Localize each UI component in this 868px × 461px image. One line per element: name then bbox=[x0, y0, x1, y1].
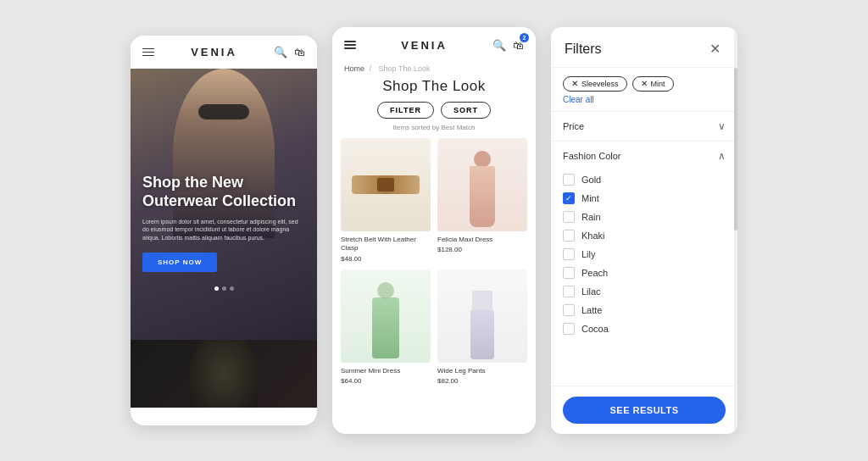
product-card-0[interactable]: Stretch Belt With Leather Clasp $48.00 bbox=[341, 138, 431, 263]
checkbox-khaki[interactable] bbox=[563, 230, 575, 242]
see-results-button[interactable]: SEE RESULTS bbox=[563, 397, 726, 424]
color-option-cocoa[interactable]: Cocoa bbox=[563, 319, 726, 338]
phone2-logo: VENIA bbox=[401, 39, 448, 52]
phone1-bottom-preview bbox=[131, 340, 317, 408]
scrollbar-thumb bbox=[734, 68, 737, 230]
product-image-belt bbox=[341, 138, 431, 231]
color-option-lilac[interactable]: Lilac bbox=[563, 282, 726, 301]
color-section-header[interactable]: Fashion Color ∧ bbox=[563, 142, 726, 170]
screenshots-container: VENIA 🔍 🛍 Shop the New Outerwear Collect… bbox=[114, 10, 754, 451]
checkbox-gold[interactable] bbox=[563, 174, 575, 186]
clear-all-button[interactable]: Clear all bbox=[551, 95, 737, 111]
product-price-3: $82.00 bbox=[437, 377, 527, 385]
checkbox-latte[interactable] bbox=[563, 304, 575, 316]
see-results-bar: SEE RESULTS bbox=[551, 386, 737, 434]
color-option-lily[interactable]: Lily bbox=[563, 245, 726, 264]
color-label-cocoa: Cocoa bbox=[581, 324, 609, 334]
filter-sort-row: FILTER SORT bbox=[332, 102, 536, 124]
color-label-khaki: Khaki bbox=[581, 230, 605, 241]
scrollbar[interactable] bbox=[734, 27, 737, 434]
color-label-latte: Latte bbox=[581, 305, 602, 315]
filter-tag-sleeveless[interactable]: ✕ Sleeveless bbox=[563, 76, 627, 92]
search-icon[interactable]: 🔍 bbox=[274, 46, 287, 58]
active-filters: ✕ Sleeveless ✕ Mint bbox=[551, 68, 737, 95]
phone1-frame: VENIA 🔍 🛍 Shop the New Outerwear Collect… bbox=[131, 36, 317, 425]
color-option-rain[interactable]: Rain bbox=[563, 208, 726, 226]
filter-button[interactable]: FILTER bbox=[377, 102, 434, 119]
hero-section: Shop the New Outerwear Collection Lorem … bbox=[131, 69, 317, 340]
product-card-1[interactable]: Felicia Maxi Dress $128.00 bbox=[437, 138, 527, 263]
hamburger-icon[interactable] bbox=[142, 48, 154, 57]
product-image-pants bbox=[437, 269, 527, 363]
hero-dots bbox=[131, 286, 317, 291]
product-name-1: Felicia Maxi Dress bbox=[437, 236, 527, 244]
shop-now-button[interactable]: SHOP NOW bbox=[142, 253, 217, 272]
product-name-0: Stretch Belt With Leather Clasp bbox=[341, 236, 431, 253]
color-label-peach: Peach bbox=[581, 268, 608, 278]
hero-text: Shop the New Outerwear Collection Lorem … bbox=[142, 173, 305, 272]
product-price-1: $128.00 bbox=[437, 246, 527, 253]
filter-tag-mint[interactable]: ✕ Mint bbox=[632, 76, 674, 92]
checkbox-rain[interactable] bbox=[563, 211, 575, 223]
product-name-3: Wide Leg Pants bbox=[437, 367, 527, 375]
color-label-lily: Lily bbox=[581, 249, 596, 259]
product-price-0: $48.00 bbox=[341, 255, 431, 263]
product-price-2: $64.00 bbox=[341, 377, 431, 385]
product-card-3[interactable]: Wide Leg Pants $82.00 bbox=[437, 269, 527, 385]
hero-title: Shop the New Outerwear Collection bbox=[142, 173, 305, 211]
phone2-header: VENIA 🔍 🛍 2 bbox=[332, 27, 536, 59]
product-image-dress2 bbox=[341, 269, 431, 363]
tag-sleeveless-label: Sleeveless bbox=[581, 80, 619, 88]
hero-body: Lorem ipsum dolor sit amet, consectetur … bbox=[142, 218, 305, 242]
color-option-peach[interactable]: Peach bbox=[563, 264, 726, 282]
hero-dot-3 bbox=[230, 286, 234, 291]
breadcrumb-current: Shop The Look bbox=[379, 64, 431, 73]
product-card-2[interactable]: Summer Mini Dress $64.00 bbox=[341, 269, 431, 385]
phone1-icons: 🔍 🛍 bbox=[274, 46, 305, 58]
color-label-lilac: Lilac bbox=[581, 286, 601, 297]
color-option-gold[interactable]: Gold bbox=[563, 170, 726, 189]
checkbox-lilac[interactable] bbox=[563, 286, 575, 297]
checkbox-peach[interactable] bbox=[563, 267, 575, 279]
pants-figure bbox=[461, 282, 504, 363]
phone2-frame: VENIA 🔍 🛍 2 Home / Shop The Look Shop Th… bbox=[332, 27, 536, 434]
checkbox-cocoa[interactable] bbox=[563, 323, 575, 335]
color-label-mint: Mint bbox=[581, 193, 599, 203]
items-sorted-text: Items sorted by Best Match bbox=[332, 124, 536, 138]
sort-button[interactable]: SORT bbox=[441, 102, 491, 119]
hamburger-icon-2[interactable] bbox=[344, 41, 356, 49]
breadcrumb: Home / Shop The Look bbox=[332, 59, 536, 75]
price-section-header[interactable]: Price ∨ bbox=[563, 112, 726, 141]
tag-mint-label: Mint bbox=[651, 80, 665, 88]
checkbox-lily[interactable] bbox=[563, 248, 575, 260]
color-option-latte[interactable]: Latte bbox=[563, 301, 726, 319]
filters-title: Filters bbox=[565, 42, 602, 57]
color-label-gold: Gold bbox=[581, 175, 601, 185]
search-icon-2[interactable]: 🔍 bbox=[492, 39, 506, 52]
color-label-rain: Rain bbox=[581, 212, 601, 222]
page-title: Shop The Look bbox=[332, 75, 536, 102]
price-section-title: Price bbox=[563, 121, 584, 131]
bag-icon[interactable]: 🛍 bbox=[294, 46, 305, 58]
breadcrumb-separator: / bbox=[370, 64, 372, 73]
breadcrumb-home[interactable]: Home bbox=[344, 64, 364, 73]
dress2-figure bbox=[364, 282, 407, 363]
price-chevron-icon: ∨ bbox=[718, 120, 726, 132]
remove-mint-icon: ✕ bbox=[641, 80, 648, 88]
color-chevron-icon: ∧ bbox=[718, 150, 726, 162]
bag-with-badge[interactable]: 🛍 2 bbox=[513, 37, 524, 53]
remove-sleeveless-icon: ✕ bbox=[571, 80, 578, 88]
color-option-mint[interactable]: ✓ Mint bbox=[563, 189, 726, 208]
filters-panel: Filters ✕ ✕ Sleeveless ✕ Mint Clear all … bbox=[551, 27, 737, 434]
phone1-header: VENIA 🔍 🛍 bbox=[131, 36, 317, 69]
phone2-icons: 🔍 🛍 2 bbox=[492, 37, 524, 53]
cart-badge: 2 bbox=[520, 33, 529, 42]
color-option-khaki[interactable]: Khaki bbox=[563, 226, 726, 245]
phone1-logo: VENIA bbox=[191, 46, 237, 58]
checkbox-mint[interactable]: ✓ bbox=[563, 192, 575, 204]
color-section-title: Fashion Color bbox=[563, 151, 620, 161]
fashion-color-section: Fashion Color ∧ Gold ✓ Mint Rain bbox=[551, 141, 737, 345]
close-button[interactable]: ✕ bbox=[706, 39, 724, 58]
dress1-figure bbox=[461, 151, 504, 231]
filters-header: Filters ✕ bbox=[551, 27, 737, 68]
